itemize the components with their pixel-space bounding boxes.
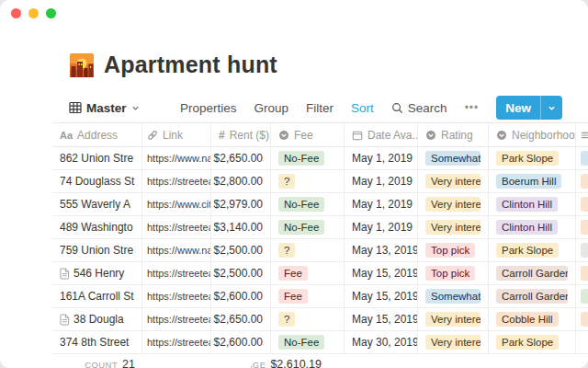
cell-date[interactable]: May 30, 2019 xyxy=(345,331,418,353)
cell-rating[interactable]: Very interested xyxy=(418,170,489,192)
cell-date[interactable]: May 15, 2019 xyxy=(345,308,418,330)
cell-neighborhood[interactable]: Clinton Hill xyxy=(489,216,576,238)
cell-fee[interactable]: No-Fee xyxy=(271,331,345,353)
cell-partial[interactable] xyxy=(576,262,588,284)
filter-button[interactable]: Filter xyxy=(306,101,334,115)
column-header-neighborhood[interactable]: Neighborhood xyxy=(489,123,576,146)
cell-link[interactable]: https://streetea xyxy=(142,308,211,330)
cell-rent[interactable]: $2,500.00 xyxy=(211,262,271,284)
cell-rating[interactable]: Very interested xyxy=(418,331,489,353)
cell-rent[interactable]: $2,600.00 xyxy=(211,285,271,307)
cell-neighborhood[interactable]: Carroll Gardens xyxy=(489,262,576,284)
cell-neighborhood[interactable]: Park Slope xyxy=(489,147,576,169)
cell-fee[interactable]: No-Fee xyxy=(271,147,345,169)
neighborhood-tag: Park Slope xyxy=(496,151,559,166)
cell-date[interactable]: May 1, 2019 xyxy=(345,193,418,215)
cell-rent[interactable]: $2,800.00 xyxy=(211,170,271,192)
cell-link[interactable]: https://streetea xyxy=(142,262,211,284)
cell-partial[interactable] xyxy=(576,308,588,330)
cell-rating[interactable]: Very interested xyxy=(418,193,489,215)
new-button-chevron-icon[interactable] xyxy=(541,104,562,112)
cell-address[interactable]: 546 Henry xyxy=(52,262,142,284)
cell-partial[interactable] xyxy=(576,193,588,215)
cell-link[interactable]: https://www.na xyxy=(142,147,211,169)
cell-rating[interactable]: Top pick xyxy=(418,239,489,261)
cell-neighborhood[interactable]: Carroll Gardens xyxy=(489,285,576,307)
cell-address[interactable]: 555 Waverly A xyxy=(52,193,142,215)
column-header-link[interactable]: Link xyxy=(142,123,211,146)
cell-fee[interactable]: Fee xyxy=(271,285,345,307)
cell-rent[interactable]: $2,650.00 xyxy=(211,147,271,169)
cell-rating[interactable]: Somewhat interested xyxy=(418,285,489,307)
cell-date[interactable]: May 15, 2019 xyxy=(345,262,418,284)
cell-rating[interactable]: Very interested xyxy=(418,216,489,238)
cell-link[interactable]: https://www.cit xyxy=(142,193,211,215)
cell-address[interactable]: 759 Union Stre xyxy=(52,239,142,261)
cell-rent[interactable]: $2,500.00 xyxy=(211,239,271,261)
cell-link[interactable]: https://streetea xyxy=(142,331,211,353)
new-record-button[interactable]: New xyxy=(496,96,562,120)
city-sunset-icon[interactable] xyxy=(69,52,95,78)
cell-fee[interactable]: Fee xyxy=(271,262,345,284)
sort-button[interactable]: Sort xyxy=(351,101,374,115)
cell-address[interactable]: 374 8th Street xyxy=(52,331,142,353)
cell-neighborhood[interactable]: Clinton Hill xyxy=(489,193,576,215)
cell-address[interactable]: 489 Washingto xyxy=(52,216,142,238)
cell-rating[interactable]: Very interested xyxy=(418,308,489,330)
cell-date[interactable]: May 13, 2019 xyxy=(345,239,418,261)
column-label: Link xyxy=(163,129,183,142)
cell-rent[interactable]: $3,140.00 xyxy=(211,216,271,238)
view-switcher[interactable]: Master xyxy=(69,101,140,115)
cell-fee[interactable]: ? xyxy=(271,308,345,330)
column-header-rating[interactable]: Rating xyxy=(418,123,489,146)
cell-partial[interactable] xyxy=(576,331,588,353)
cell-neighborhood[interactable]: Park Slope xyxy=(489,331,576,353)
column-header-date[interactable]: Date Ava... xyxy=(345,123,418,146)
cell-fee[interactable]: ? xyxy=(271,239,345,261)
cell-address[interactable]: 862 Union Stre xyxy=(52,147,142,169)
search-icon xyxy=(391,102,403,114)
cell-link[interactable]: https://streetea xyxy=(142,170,211,192)
cell-neighborhood[interactable]: Park Slope xyxy=(489,239,576,261)
column-header-rent[interactable]: # Rent ($) xyxy=(211,123,271,146)
cell-date[interactable]: May 1, 2019 xyxy=(345,170,418,192)
cell-partial[interactable] xyxy=(576,216,588,238)
column-header-address[interactable]: Aa Address xyxy=(52,123,142,146)
zoom-window-button[interactable] xyxy=(46,8,56,18)
search-button[interactable]: Search xyxy=(391,101,447,115)
view-name: Master xyxy=(86,101,127,115)
cell-date[interactable]: May 15, 2019 xyxy=(345,285,418,307)
cell-rent[interactable]: $2,650.00 xyxy=(211,308,271,330)
cell-link[interactable]: https://streetea xyxy=(142,285,211,307)
cell-link[interactable]: https://www.na xyxy=(142,239,211,261)
cell-date[interactable]: May 1, 2019 xyxy=(345,216,418,238)
cell-partial[interactable] xyxy=(576,170,588,192)
cell-address[interactable]: 38 Dougla xyxy=(52,308,142,330)
cell-date[interactable]: May 1, 2019 xyxy=(345,147,418,169)
close-window-button[interactable] xyxy=(11,8,21,18)
cell-neighborhood[interactable]: Cobble Hill xyxy=(489,308,576,330)
cell-address[interactable]: 74 Douglass St xyxy=(52,170,142,192)
cell-partial[interactable] xyxy=(576,239,588,261)
cell-link[interactable]: https://streetea xyxy=(142,216,211,238)
table-row: 74 Douglass Sthttps://streetea$2,800.00?… xyxy=(52,170,588,193)
cell-rent[interactable]: $2,600.00 xyxy=(211,331,271,353)
column-header-partial[interactable] xyxy=(576,123,588,146)
group-button[interactable]: Group xyxy=(254,101,289,115)
minimize-window-button[interactable] xyxy=(28,8,39,18)
footer-count-calc[interactable]: COUNT 21 xyxy=(52,358,142,368)
column-header-fee[interactable]: Fee xyxy=(271,123,345,146)
cell-partial[interactable] xyxy=(576,285,588,307)
footer-average-calc[interactable]: AVERAGE $2,610.19 xyxy=(251,358,323,368)
cell-rent[interactable]: $2,979.00 xyxy=(211,193,271,215)
cell-neighborhood[interactable]: Boerum Hill xyxy=(489,170,576,192)
cell-fee[interactable]: No-Fee xyxy=(271,216,345,238)
cell-fee[interactable]: No-Fee xyxy=(271,193,345,215)
properties-button[interactable]: Properties xyxy=(180,101,237,115)
cell-partial[interactable] xyxy=(576,147,588,169)
more-options-button[interactable]: ••• xyxy=(465,101,480,114)
cell-address[interactable]: 161A Carroll St xyxy=(52,285,142,307)
cell-rating[interactable]: Somewhat interested xyxy=(418,147,489,169)
cell-fee[interactable]: ? xyxy=(271,170,345,192)
cell-rating[interactable]: Top pick xyxy=(418,262,489,284)
